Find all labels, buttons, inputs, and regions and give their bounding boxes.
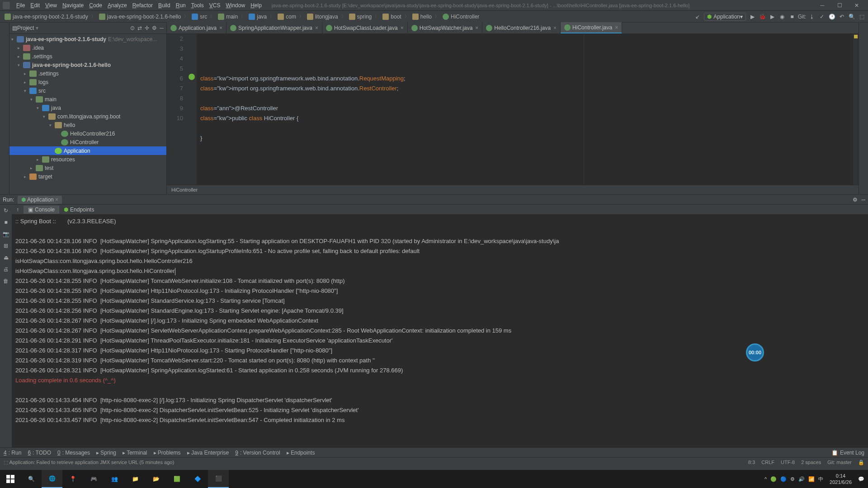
expand-arrow-icon[interactable]: ▸ [30, 166, 36, 170]
expand-arrow-icon[interactable]: ▸ [18, 54, 23, 59]
tree-node-java-ee-spring-boot-2-1-6-study[interactable]: ▾java-ee-spring-boot-2.1.6-studyE:\dev_w… [9, 35, 166, 43]
close-button[interactable]: ✕ [848, 2, 865, 9]
stop-run-button[interactable]: ■ [2, 218, 10, 226]
editor-breadcrumb[interactable]: HiController [167, 185, 859, 194]
git-commit-icon[interactable]: ✓ [818, 13, 826, 20]
toolwin-version-control[interactable]: 9: Version Control [235, 450, 280, 456]
tree-node-hicontroller[interactable]: HiController [9, 138, 166, 146]
lock-icon[interactable]: 🔒 [858, 460, 864, 465]
editor-tab-hotswapclassloader-java[interactable]: HotSwapClassLoader.java× [322, 22, 408, 33]
tree-node--settings[interactable]: ▸.settings [9, 52, 166, 61]
app3-taskbar-icon[interactable]: 🟩 [166, 470, 187, 488]
tree-node-test[interactable]: ▸test [9, 164, 166, 172]
tree-node-hello[interactable]: ▾hello [9, 121, 166, 129]
breadcrumb-com[interactable]: com [276, 14, 298, 20]
breadcrumb-litongjava[interactable]: litongjava [305, 14, 340, 20]
menu-code[interactable]: Code [86, 2, 105, 9]
endpoints-tab[interactable]: ⬢Endpoints [59, 206, 99, 214]
run-configuration-selector[interactable]: ⬢ Application ▾ [704, 13, 746, 21]
print-icon[interactable]: 🖨 [2, 265, 10, 273]
breadcrumb-java-ee-spring-boot-2.1.6-hello[interactable]: java-ee-spring-boot-2.1.6-hello [97, 14, 183, 20]
taskbar-clock[interactable]: 0:142021/6/26 [827, 473, 854, 485]
scroll-up-icon[interactable]: ↑ [16, 206, 19, 213]
close-tab-icon[interactable]: × [315, 25, 318, 31]
toolwin-endpoints[interactable]: ▸ Endpoints [287, 450, 315, 456]
hide-icon[interactable]: ─ [160, 25, 164, 31]
indent-setting[interactable]: 2 spaces [801, 460, 821, 465]
expand-arrow-icon[interactable]: ▸ [37, 157, 42, 162]
close-tab-icon[interactable]: × [475, 25, 478, 31]
editor-tab-hicontroller-java[interactable]: HiController.java× [561, 22, 622, 33]
error-stripe[interactable] [853, 34, 859, 185]
run-hide-icon[interactable]: ─ [861, 197, 865, 203]
run-button[interactable]: ▶ [749, 13, 756, 20]
expand-arrow-icon[interactable]: ▸ [24, 80, 29, 84]
expand-arrow-icon[interactable]: ▸ [18, 46, 23, 50]
menu-help[interactable]: Help [248, 2, 264, 9]
tree-node-src[interactable]: ▾src [9, 86, 166, 95]
git-revert-icon[interactable]: ↶ [838, 13, 845, 20]
expand-arrow-icon[interactable]: ▾ [37, 106, 42, 110]
tree-node--idea[interactable]: ▸.idea [9, 43, 166, 52]
close-tab-icon[interactable]: × [219, 25, 222, 31]
warning-mark-icon[interactable] [854, 35, 858, 38]
trash-icon[interactable]: 🗑 [2, 277, 10, 285]
code-editor[interactable]: 2345678910 class="kw">import org.springf… [167, 34, 859, 185]
toolwin-java-enterprise[interactable]: ▸ Java Enterprise [187, 450, 229, 456]
minimize-button[interactable]: ─ [814, 2, 831, 9]
expand-arrow-icon[interactable]: ▾ [11, 37, 17, 42]
project-tree[interactable]: ▾java-ee-spring-boot-2.1.6-studyE:\dev_w… [9, 34, 166, 194]
breadcrumb-HiController[interactable]: HiController [441, 14, 481, 20]
folder2-taskbar-icon[interactable]: 📂 [146, 470, 166, 488]
menu-file[interactable]: File [14, 2, 28, 9]
breadcrumb-src[interactable]: src [190, 14, 209, 20]
tray-icon[interactable]: 🟢 [770, 476, 777, 482]
folder-taskbar-icon[interactable]: 📁 [125, 470, 146, 488]
menu-window[interactable]: Window [223, 2, 248, 9]
search-taskbar-icon[interactable]: 🔍 [21, 470, 42, 488]
start-button[interactable] [0, 470, 21, 488]
close-tab-icon[interactable]: × [615, 24, 618, 31]
expand-arrow-icon[interactable]: ▸ [24, 71, 29, 76]
tray-network-icon[interactable]: 📶 [808, 476, 815, 482]
menu-refactor[interactable]: Refactor [130, 2, 156, 9]
project-view-label[interactable]: Project [17, 25, 34, 31]
editor-tab-hotswapwatcher-java[interactable]: HotSwapWatcher.java× [408, 22, 483, 33]
editor-tab-hellocontroller216-java[interactable]: HelloController216.java× [482, 22, 561, 33]
console-tab[interactable]: ▣Console [24, 206, 59, 214]
run-settings-icon[interactable]: ⚙ [853, 197, 858, 203]
chrome-taskbar-icon[interactable]: 🌐 [42, 470, 62, 488]
run-tab-application[interactable]: ⬢ Application × [18, 196, 62, 204]
menu-vcs[interactable]: VCS [207, 2, 223, 9]
expand-all-icon[interactable]: ⇄ [137, 25, 142, 31]
app4-taskbar-icon[interactable]: 🔷 [187, 470, 208, 488]
stop-button[interactable]: ■ [788, 13, 796, 20]
tray-ime-icon[interactable]: 中 [818, 476, 823, 483]
toolwin-messages[interactable]: 0: Messages [57, 450, 90, 456]
tree-node-main[interactable]: ▾main [9, 95, 166, 103]
menu-run[interactable]: Run [173, 2, 189, 9]
git-update-icon[interactable]: ⭳ [808, 13, 816, 20]
collapse-all-icon[interactable]: ✢ [145, 25, 149, 31]
git-branch[interactable]: Git: master [827, 460, 852, 465]
breadcrumb-hello[interactable]: hello [410, 14, 434, 20]
tree-node-java-ee-spring-boot-2-1-6-hello[interactable]: ▾java-ee-spring-boot-2.1.6-hello [9, 61, 166, 69]
editor-tab-application-java[interactable]: Application.java× [167, 22, 226, 33]
menu-view[interactable]: View [42, 2, 60, 9]
breadcrumb-java-ee-spring-boot-2.1.6-study[interactable]: java-ee-spring-boot-2.1.6-study [3, 14, 90, 20]
console-output[interactable]: :: Spring Boot :: (v2.3.3.RELEASE) 2021-… [12, 215, 868, 447]
breadcrumb-java[interactable]: java [247, 14, 269, 20]
toolwin-spring[interactable]: ▸ Spring [96, 450, 116, 456]
breadcrumb-main[interactable]: main [216, 14, 240, 20]
intellij-taskbar-icon[interactable]: ⬛ [208, 470, 229, 488]
file-encoding[interactable]: UTF-8 [781, 460, 795, 465]
toolwin-problems[interactable]: ▸ Problems [154, 450, 181, 456]
explorer-taskbar-icon[interactable]: 👥 [104, 470, 125, 488]
spring-gutter-icon[interactable] [189, 74, 195, 80]
toolwin-terminal[interactable]: ▸ Terminal [123, 450, 147, 456]
close-tab-icon[interactable]: × [553, 25, 557, 31]
settings-icon[interactable]: ⚙ [152, 25, 157, 31]
select-opened-file-icon[interactable]: ⊙ [130, 25, 135, 31]
event-log-button[interactable]: 📋 Event Log [831, 450, 864, 456]
git-history-icon[interactable]: 🕐 [828, 13, 835, 20]
